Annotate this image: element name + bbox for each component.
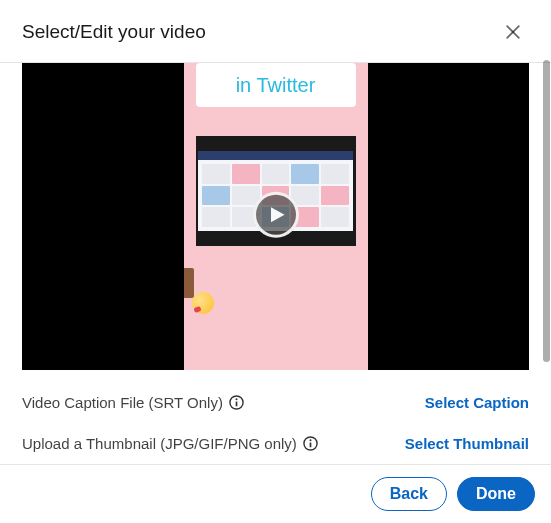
video-preview-frame: in Twitter	[22, 63, 529, 370]
select-caption-button[interactable]: Select Caption	[425, 394, 529, 411]
info-icon[interactable]	[303, 436, 318, 451]
svg-point-8	[309, 439, 311, 441]
kiss-emoji-icon	[192, 292, 214, 314]
caption-row: Video Caption File (SRT Only) Select Cap…	[22, 370, 529, 411]
modal-footer: Back Done	[0, 464, 551, 523]
svg-rect-4	[236, 402, 238, 407]
done-button[interactable]: Done	[457, 477, 535, 511]
caption-label: Video Caption File (SRT Only)	[22, 394, 244, 411]
thumbnail-label-text: Upload a Thumbnail (JPG/GIF/PNG only)	[22, 435, 297, 452]
close-button[interactable]	[497, 16, 529, 48]
modal-header: Select/Edit your video	[0, 0, 551, 62]
thumbnail-label: Upload a Thumbnail (JPG/GIF/PNG only)	[22, 435, 318, 452]
presenter-avatar	[184, 268, 194, 298]
svg-marker-2	[271, 207, 285, 222]
close-icon	[503, 22, 523, 42]
video-overlay-banner: in Twitter	[196, 63, 356, 107]
info-icon[interactable]	[229, 395, 244, 410]
play-button[interactable]	[253, 191, 299, 237]
modal-content: in Twitter Video Caption File (SRT Only)	[0, 63, 551, 452]
scrollbar-thumb[interactable]	[543, 60, 550, 362]
select-thumbnail-button[interactable]: Select Thumbnail	[405, 435, 529, 452]
svg-point-5	[235, 398, 237, 400]
thumbnail-row: Upload a Thumbnail (JPG/GIF/PNG only) Se…	[22, 411, 529, 452]
caption-label-text: Video Caption File (SRT Only)	[22, 394, 223, 411]
modal-title: Select/Edit your video	[22, 21, 206, 43]
play-icon	[268, 205, 286, 223]
svg-rect-7	[309, 443, 311, 448]
back-button[interactable]: Back	[371, 477, 447, 511]
